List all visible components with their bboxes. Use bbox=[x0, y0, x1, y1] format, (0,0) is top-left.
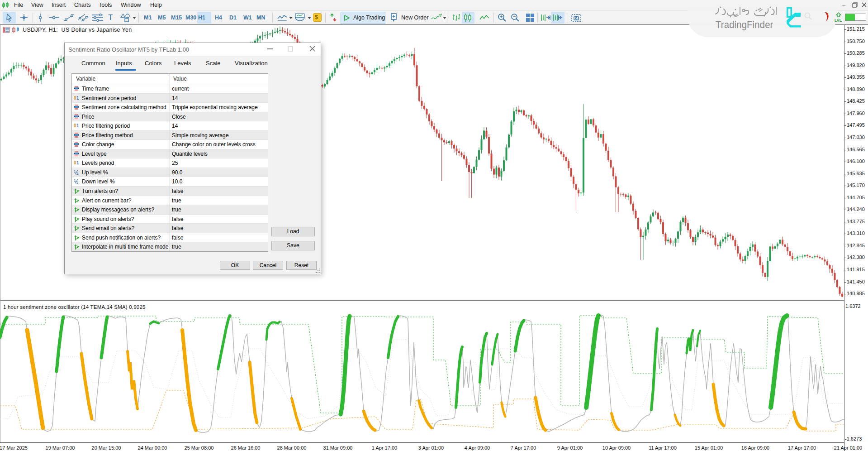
svg-text:1: 1 bbox=[76, 160, 79, 165]
svg-text:1: 1 bbox=[76, 123, 79, 128]
svg-text:1: 1 bbox=[74, 178, 76, 182]
svg-text:1: 1 bbox=[74, 169, 76, 173]
svg-text:LVL: LVL bbox=[835, 18, 842, 23]
svg-text:1: 1 bbox=[76, 96, 79, 101]
svg-text:2: 2 bbox=[76, 181, 79, 184]
svg-text:2: 2 bbox=[76, 172, 79, 175]
